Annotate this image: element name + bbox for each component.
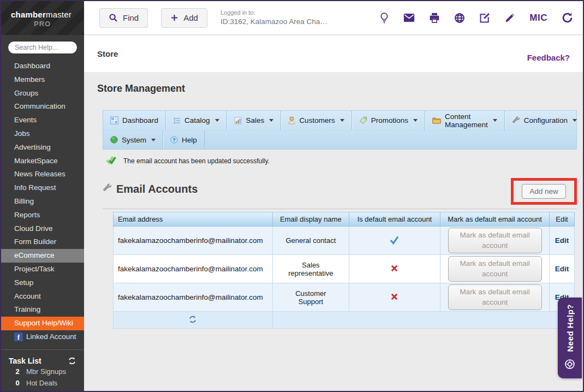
section-divider bbox=[103, 209, 577, 209]
chevron-down-icon bbox=[413, 119, 418, 122]
facebook-icon: f bbox=[14, 332, 23, 341]
help-icon: ? bbox=[170, 136, 178, 144]
plus-icon bbox=[170, 14, 178, 22]
help-search-input[interactable] bbox=[8, 41, 78, 54]
store-menu-bar: Dashboard Catalog Sales Customers bbox=[103, 110, 577, 150]
menu-label: Customers bbox=[299, 116, 335, 124]
find-button-label: Find bbox=[123, 13, 139, 22]
sidebar-nav: Dashboard Members Groups Communication E… bbox=[1, 60, 84, 344]
toolbar-icons: MIC bbox=[379, 12, 573, 24]
need-help-tab[interactable]: Need Help? bbox=[558, 298, 582, 378]
success-check-icon bbox=[106, 156, 117, 167]
menu-promotions[interactable]: Promotions bbox=[352, 111, 425, 130]
sidebar-item-jobs[interactable]: Jobs bbox=[1, 127, 84, 141]
breadcrumb: Store bbox=[97, 49, 118, 58]
task-count: 2 bbox=[14, 367, 21, 376]
sidebar-item-communication[interactable]: Communication bbox=[1, 100, 84, 114]
menu-label: System bbox=[122, 136, 146, 144]
sidebar-item-news-releases[interactable]: News Releases bbox=[1, 168, 84, 181]
main-content: Store Management Dashboard Catalog Sales bbox=[84, 72, 583, 391]
compose-icon[interactable] bbox=[479, 13, 490, 23]
refresh-icon[interactable] bbox=[562, 12, 573, 23]
edit-link[interactable]: Edit bbox=[555, 265, 569, 273]
menu-configuration[interactable]: Configuration bbox=[505, 111, 584, 130]
sidebar-item-reports[interactable]: Reports bbox=[1, 209, 84, 222]
add-button[interactable]: Add bbox=[161, 8, 207, 28]
col-is-default: Is default email account bbox=[349, 212, 440, 227]
pencil-icon[interactable] bbox=[504, 13, 515, 23]
task-count: 0 bbox=[14, 379, 21, 387]
sidebar-item-form-builder[interactable]: Form Builder bbox=[1, 235, 84, 249]
envelope-icon[interactable] bbox=[403, 13, 415, 22]
task-list: Task List 2 Mbr Signups 0 Hot Deals bbox=[1, 350, 84, 388]
find-button[interactable]: Find bbox=[99, 8, 148, 28]
sidebar-item-account[interactable]: Account bbox=[1, 290, 84, 304]
task-item-mbr-signups[interactable]: 2 Mbr Signups bbox=[9, 365, 76, 377]
email-address-cell: fakekalamazoochamberinfo@mailinator.com bbox=[114, 227, 273, 255]
table-row: fakekalamazoochamberinfo@mailinator.com … bbox=[114, 255, 575, 283]
sidebar-item-cloud-drive[interactable]: Cloud Drive bbox=[1, 222, 84, 236]
menu-customers[interactable]: Customers bbox=[281, 111, 351, 130]
help-ring-icon bbox=[564, 359, 575, 372]
col-mark-default: Mark as default email account bbox=[440, 212, 550, 227]
printer-icon[interactable] bbox=[429, 13, 440, 23]
email-accounts-title: Email Accounts bbox=[116, 183, 198, 195]
menu-system[interactable]: System bbox=[103, 130, 163, 149]
not-default-cross-icon bbox=[390, 266, 398, 274]
sidebar-item-ecommerce[interactable]: eCommerce bbox=[1, 249, 84, 263]
edit-cell: Edit bbox=[550, 227, 575, 255]
mark-default-cell: Mark as default email account bbox=[440, 283, 550, 312]
table-refresh-icon[interactable] bbox=[188, 317, 197, 325]
chevron-down-icon bbox=[493, 119, 497, 122]
edit-link[interactable]: Edit bbox=[555, 236, 569, 245]
sidebar-item-project-task[interactable]: Project/Task bbox=[1, 263, 84, 276]
sidebar-item-dashboard[interactable]: Dashboard bbox=[1, 60, 84, 73]
sidebar-item-support-help-wiki[interactable]: Support Help/Wiki bbox=[1, 317, 84, 330]
task-item-hot-deals[interactable]: 0 Hot Deals bbox=[9, 377, 76, 388]
table-footer-row bbox=[114, 312, 575, 329]
menu-label: Promotions bbox=[371, 116, 408, 124]
task-list-refresh-icon[interactable] bbox=[68, 357, 76, 365]
sidebar-item-linked-account[interactable]: f Linked Account bbox=[1, 330, 84, 344]
col-edit: Edit bbox=[550, 212, 575, 227]
sidebar-item-members[interactable]: Members bbox=[1, 73, 84, 87]
menu-label: Catalog bbox=[184, 116, 210, 124]
logged-in-label: Logged in to: bbox=[221, 9, 327, 17]
sidebar-item-marketspace[interactable]: MarketSpace bbox=[1, 155, 84, 168]
menu-label: Dashboard bbox=[122, 116, 158, 124]
is-default-cell bbox=[349, 283, 440, 312]
display-name-cell: Customer Support bbox=[272, 283, 349, 312]
need-help-label: Need Help? bbox=[565, 304, 575, 352]
sidebar-item-info-request[interactable]: Info Request bbox=[1, 181, 84, 195]
annotation-highlight-box: Add new bbox=[511, 178, 577, 205]
configuration-icon bbox=[512, 116, 520, 124]
mark-default-cell: Mark as default email account bbox=[440, 255, 550, 283]
lightbulb-icon[interactable] bbox=[379, 12, 389, 24]
sidebar-item-advertising[interactable]: Advertising bbox=[1, 141, 84, 155]
default-check-icon bbox=[389, 238, 400, 246]
mic-link[interactable]: MIC bbox=[529, 13, 547, 23]
menu-content-management[interactable]: Content Management bbox=[425, 111, 505, 130]
feedback-link[interactable]: Feedback? bbox=[527, 53, 570, 62]
mark-default-button[interactable]: Mark as default email account bbox=[448, 284, 542, 310]
sidebar-item-events[interactable]: Events bbox=[1, 114, 84, 127]
chevron-down-icon bbox=[215, 119, 219, 122]
mark-default-button[interactable]: Mark as default email account bbox=[448, 256, 542, 281]
sidebar-item-billing[interactable]: Billing bbox=[1, 195, 84, 209]
globe-icon[interactable] bbox=[454, 13, 465, 23]
svg-text:?: ? bbox=[172, 137, 175, 142]
sidebar-item-training[interactable]: Training bbox=[1, 303, 84, 317]
linked-account-label: Linked Account bbox=[26, 330, 76, 344]
table-row: fakekalamazoochamberinfo@mailinator.com … bbox=[114, 227, 575, 255]
app-logo: chambermaster PRO bbox=[1, 1, 84, 35]
add-new-button[interactable]: Add new bbox=[522, 184, 566, 199]
menu-catalog[interactable]: Catalog bbox=[166, 111, 227, 130]
menu-help[interactable]: ? Help bbox=[163, 130, 205, 149]
menu-dashboard[interactable]: Dashboard bbox=[103, 111, 166, 130]
edit-cell: Edit bbox=[550, 255, 575, 283]
sidebar-item-setup[interactable]: Setup bbox=[1, 276, 84, 290]
sidebar-item-groups[interactable]: Groups bbox=[1, 87, 84, 100]
mark-default-button[interactable]: Mark as default email account bbox=[448, 228, 542, 253]
brand-tier: PRO bbox=[34, 20, 84, 28]
menu-sales[interactable]: Sales bbox=[227, 111, 282, 130]
